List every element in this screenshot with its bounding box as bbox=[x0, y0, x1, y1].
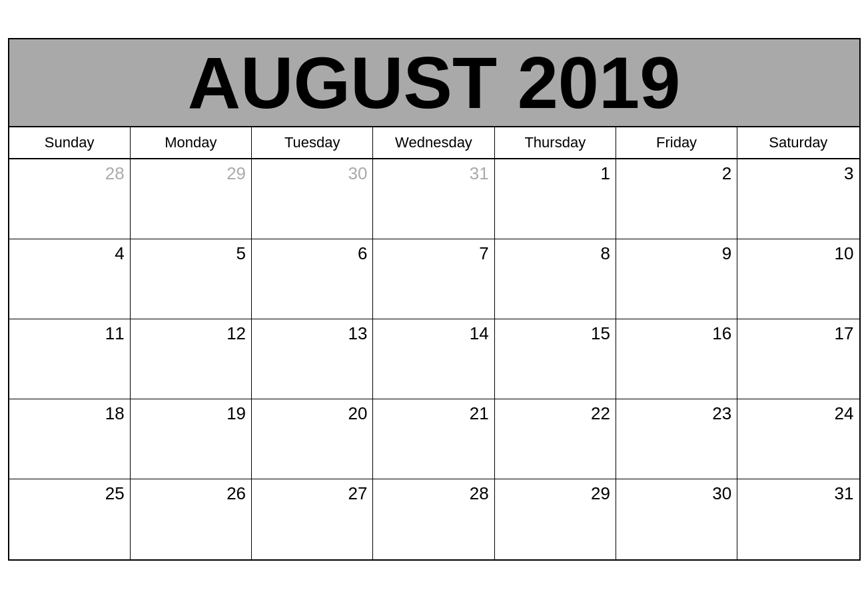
day-number: 31 bbox=[743, 483, 853, 504]
day-header-friday: Friday bbox=[616, 127, 737, 158]
calendar-cell[interactable]: 20 bbox=[252, 399, 373, 479]
calendar-title: AUGUST 2019 bbox=[9, 46, 859, 119]
day-number: 6 bbox=[257, 243, 367, 264]
day-number: 2 bbox=[622, 163, 731, 184]
calendar-cell[interactable]: 14 bbox=[373, 319, 494, 399]
calendar-cell[interactable]: 26 bbox=[131, 479, 252, 559]
calendar-cell[interactable]: 2 bbox=[616, 159, 737, 239]
calendar: AUGUST 2019 SundayMondayTuesdayWednesday… bbox=[8, 38, 861, 561]
day-number: 24 bbox=[743, 403, 853, 424]
calendar-cell[interactable]: 9 bbox=[616, 239, 737, 319]
day-number: 11 bbox=[15, 323, 125, 344]
day-number: 18 bbox=[15, 403, 125, 424]
day-number: 22 bbox=[500, 403, 610, 424]
day-header-monday: Monday bbox=[131, 127, 252, 158]
day-header-thursday: Thursday bbox=[495, 127, 616, 158]
calendar-cell[interactable]: 25 bbox=[9, 479, 131, 559]
calendar-cell[interactable]: 5 bbox=[131, 239, 252, 319]
calendar-cell[interactable]: 18 bbox=[9, 399, 131, 479]
day-number: 7 bbox=[378, 243, 488, 264]
day-number: 21 bbox=[378, 403, 488, 424]
calendar-cell[interactable]: 10 bbox=[737, 239, 859, 319]
day-number: 30 bbox=[257, 163, 367, 184]
calendar-cell[interactable]: 28 bbox=[373, 479, 494, 559]
calendar-cell[interactable]: 4 bbox=[9, 239, 131, 319]
calendar-cell[interactable]: 30 bbox=[252, 159, 373, 239]
day-header-saturday: Saturday bbox=[737, 127, 859, 158]
calendar-cell[interactable]: 23 bbox=[616, 399, 737, 479]
calendar-cell[interactable]: 13 bbox=[252, 319, 373, 399]
day-number: 28 bbox=[378, 483, 488, 504]
calendar-cell[interactable]: 24 bbox=[737, 399, 859, 479]
day-headers: SundayMondayTuesdayWednesdayThursdayFrid… bbox=[9, 127, 859, 159]
day-number: 12 bbox=[136, 323, 246, 344]
calendar-grid: 2829303112345678910111213141516171819202… bbox=[9, 159, 859, 559]
calendar-cell[interactable]: 16 bbox=[616, 319, 737, 399]
day-number: 30 bbox=[622, 483, 731, 504]
day-number: 29 bbox=[500, 483, 610, 504]
calendar-cell[interactable]: 31 bbox=[737, 479, 859, 559]
day-number: 28 bbox=[15, 163, 125, 184]
day-number: 29 bbox=[136, 163, 246, 184]
calendar-cell[interactable]: 17 bbox=[737, 319, 859, 399]
day-number: 19 bbox=[136, 403, 246, 424]
day-number: 3 bbox=[743, 163, 853, 184]
day-number: 16 bbox=[622, 323, 731, 344]
day-number: 9 bbox=[622, 243, 731, 264]
calendar-cell[interactable]: 27 bbox=[252, 479, 373, 559]
day-number: 4 bbox=[15, 243, 125, 264]
day-number: 31 bbox=[378, 163, 488, 184]
calendar-cell[interactable]: 31 bbox=[373, 159, 494, 239]
calendar-cell[interactable]: 1 bbox=[495, 159, 616, 239]
calendar-cell[interactable]: 11 bbox=[9, 319, 131, 399]
day-number: 8 bbox=[500, 243, 610, 264]
day-number: 14 bbox=[378, 323, 488, 344]
day-header-sunday: Sunday bbox=[9, 127, 131, 158]
day-header-tuesday: Tuesday bbox=[252, 127, 373, 158]
calendar-cell[interactable]: 12 bbox=[131, 319, 252, 399]
day-number: 27 bbox=[257, 483, 367, 504]
calendar-cell[interactable]: 6 bbox=[252, 239, 373, 319]
day-number: 20 bbox=[257, 403, 367, 424]
calendar-cell[interactable]: 15 bbox=[495, 319, 616, 399]
calendar-cell[interactable]: 21 bbox=[373, 399, 494, 479]
calendar-cell[interactable]: 22 bbox=[495, 399, 616, 479]
calendar-header: AUGUST 2019 bbox=[9, 39, 859, 127]
day-number: 5 bbox=[136, 243, 246, 264]
calendar-cell[interactable]: 29 bbox=[131, 159, 252, 239]
calendar-cell[interactable]: 19 bbox=[131, 399, 252, 479]
calendar-cell[interactable]: 3 bbox=[737, 159, 859, 239]
day-number: 1 bbox=[500, 163, 610, 184]
calendar-cell[interactable]: 30 bbox=[616, 479, 737, 559]
day-number: 26 bbox=[136, 483, 246, 504]
calendar-cell[interactable]: 7 bbox=[373, 239, 494, 319]
day-number: 17 bbox=[743, 323, 853, 344]
day-header-wednesday: Wednesday bbox=[373, 127, 494, 158]
day-number: 25 bbox=[15, 483, 125, 504]
day-number: 15 bbox=[500, 323, 610, 344]
calendar-cell[interactable]: 8 bbox=[495, 239, 616, 319]
day-number: 10 bbox=[743, 243, 853, 264]
calendar-cell[interactable]: 29 bbox=[495, 479, 616, 559]
day-number: 13 bbox=[257, 323, 367, 344]
day-number: 23 bbox=[622, 403, 731, 424]
calendar-cell[interactable]: 28 bbox=[9, 159, 131, 239]
